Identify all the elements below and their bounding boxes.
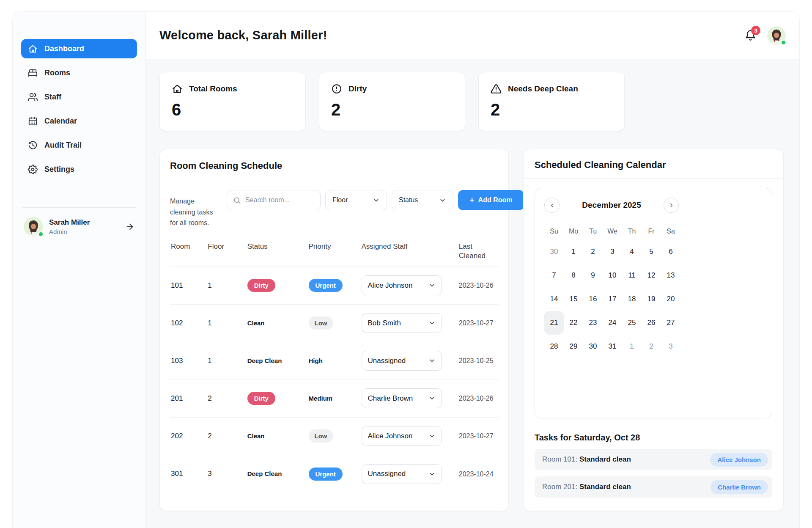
task-assignee-badge: Alice Johnson — [710, 453, 768, 467]
priority-badge: Low — [309, 316, 333, 330]
stat-card-dirty: Dirty 2 — [319, 72, 465, 131]
calendar-day[interactable]: 19 — [642, 287, 661, 311]
calendar-day[interactable]: 8 — [564, 264, 583, 287]
status-badge: Dirty — [247, 279, 275, 292]
calendar-day[interactable]: 27 — [661, 311, 680, 335]
floor-number: 1 — [207, 281, 247, 290]
search-icon — [233, 196, 241, 204]
calendar-day[interactable]: 13 — [661, 264, 680, 287]
table-row: 101 1 Dirty Urgent Alice Johnson 2023-10… — [170, 267, 499, 305]
alert-triangle-icon — [491, 83, 502, 94]
add-room-button[interactable]: + Add Room — [458, 190, 524, 210]
gear-icon — [28, 165, 38, 174]
last-cleaned-date: 2023-10-24 — [459, 470, 494, 478]
assigned-staff-select[interactable]: Bob Smith — [362, 313, 442, 333]
calendar-day[interactable]: 12 — [642, 264, 661, 287]
calendar-day[interactable]: 11 — [622, 264, 642, 287]
day-of-week: Fr — [642, 223, 661, 240]
stats-row: Total Rooms 6 Dirty 2 Needs Deep Clean — [159, 72, 786, 131]
user-name: Sarah Miller — [49, 218, 119, 227]
search-input[interactable] — [245, 196, 309, 204]
calendar-day[interactable]: 5 — [642, 240, 661, 264]
calendar-day[interactable]: 1 — [564, 240, 583, 264]
stat-card-needs-deep-clean: Needs Deep Clean 2 — [478, 72, 625, 131]
sidebar-item-staff[interactable]: Staff — [21, 87, 137, 107]
calendar-day[interactable]: 7 — [544, 264, 564, 287]
calendar-day[interactable]: 28 — [544, 335, 564, 358]
table-row: 202 2 Clean Low Alice Johnson 2023-10-27 — [170, 418, 499, 455]
calendar-next-button[interactable] — [664, 198, 679, 213]
sidebar-user-card[interactable]: Sarah Miller Admin — [21, 208, 137, 236]
sidebar-item-settings[interactable]: Settings — [21, 160, 137, 179]
history-icon — [28, 140, 38, 150]
calendar-day[interactable]: 9 — [583, 264, 603, 287]
app-window: Dashboard Rooms Staff Calendar Audit Tra… — [13, 12, 799, 528]
status-badge: Dirty — [247, 392, 275, 405]
floor-number: 2 — [207, 394, 247, 403]
main-area: Welcome back, Sarah Miller! 3 — [146, 12, 799, 528]
calendar-day[interactable]: 6 — [661, 240, 680, 264]
status-badge: Deep Clean — [247, 470, 282, 477]
calendar-day[interactable]: 18 — [622, 287, 642, 311]
calendar-prev-button[interactable] — [544, 198, 560, 213]
calendar-day[interactable]: 26 — [642, 311, 661, 335]
home-icon — [28, 44, 38, 54]
calendar-day[interactable]: 29 — [564, 335, 583, 358]
assigned-staff-select[interactable]: Unassigned — [362, 351, 442, 371]
calendar-day[interactable]: 14 — [544, 287, 564, 311]
sidebar-item-rooms[interactable]: Rooms — [21, 63, 137, 82]
sidebar-item-label: Settings — [44, 165, 74, 174]
header-avatar[interactable] — [767, 26, 786, 45]
calendar-day[interactable]: 2 — [642, 335, 661, 358]
calendar-day[interactable]: 10 — [603, 264, 622, 287]
floor-number: 1 — [207, 357, 247, 365]
calendar-day[interactable]: 24 — [603, 311, 622, 335]
plus-icon: + — [470, 195, 475, 205]
arrow-right-icon[interactable] — [125, 222, 134, 231]
calendar-day[interactable]: 20 — [661, 287, 680, 311]
calendar-day[interactable]: 30 — [544, 240, 564, 264]
sidebar-item-audit-trail[interactable]: Audit Trail — [21, 135, 137, 155]
schedule-description: Manage cleaning tasks for all rooms. — [170, 196, 220, 228]
col-room: Room — [170, 242, 207, 251]
table-row: 103 1 Deep Clean High Unassigned 2023-10… — [170, 342, 499, 380]
notifications-button[interactable]: 3 — [745, 30, 756, 41]
assigned-staff-select[interactable]: Unassigned — [362, 464, 442, 484]
calendar-day[interactable]: 23 — [583, 311, 603, 335]
calendar-day[interactable]: 25 — [622, 311, 642, 335]
status-filter-select[interactable]: Status — [392, 190, 453, 210]
calendar-day[interactable]: 22 — [564, 311, 583, 335]
calendar-day[interactable]: 2 — [583, 240, 603, 264]
assigned-staff-select[interactable]: Alice Johnson — [362, 275, 442, 295]
assigned-staff-select[interactable]: Charlie Brown — [362, 388, 442, 408]
calendar-day[interactable]: 31 — [603, 335, 622, 358]
day-of-week: Tu — [583, 223, 603, 240]
content: Total Rooms 6 Dirty 2 Needs Deep Clean — [146, 59, 799, 528]
sidebar-item-dashboard[interactable]: Dashboard — [21, 39, 137, 58]
sidebar-item-label: Dashboard — [44, 44, 84, 53]
calendar-day[interactable]: 1 — [622, 335, 642, 358]
sidebar-item-calendar[interactable]: Calendar — [21, 111, 137, 131]
last-cleaned-date: 2023-10-25 — [459, 357, 494, 364]
stat-value: 2 — [331, 100, 453, 119]
calendar-day[interactable]: 15 — [564, 287, 583, 311]
last-cleaned-date: 2023-10-26 — [459, 282, 494, 289]
last-cleaned-date: 2023-10-27 — [459, 432, 494, 440]
calendar-day[interactable]: 3 — [603, 240, 622, 264]
assigned-staff-select[interactable]: Alice Johnson — [362, 426, 442, 446]
page-title: Welcome back, Sarah Miller! — [159, 28, 327, 42]
calendar-day[interactable]: 30 — [583, 335, 603, 358]
calendar-day[interactable]: 4 — [622, 240, 642, 264]
calendar-card-title: Scheduled Cleaning Calendar — [535, 160, 772, 170]
task-item: Room 101: Standard clean Alice Johnson — [535, 449, 772, 470]
sidebar-item-label: Calendar — [44, 117, 77, 126]
last-cleaned-date: 2023-10-26 — [459, 395, 494, 402]
chevron-down-icon — [373, 197, 380, 204]
calendar-icon — [28, 116, 38, 126]
floor-filter-select[interactable]: Floor — [325, 190, 387, 210]
calendar-day-today[interactable]: 21 — [544, 311, 564, 335]
sidebar-item-label: Audit Trail — [44, 141, 82, 150]
calendar-day[interactable]: 3 — [661, 335, 680, 358]
calendar-day[interactable]: 16 — [583, 287, 603, 311]
calendar-day[interactable]: 17 — [603, 287, 622, 311]
